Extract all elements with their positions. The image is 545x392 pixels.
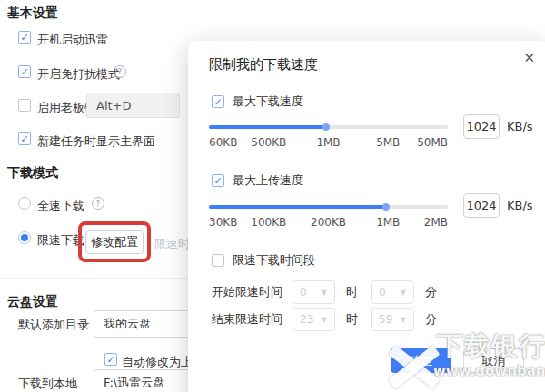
- checkbox-limit-time-period[interactable]: ✓: [212, 254, 224, 267]
- section-divider: [0, 278, 188, 279]
- end-hour-select: 23 ▼: [292, 308, 335, 331]
- checkmark-icon: ✓: [106, 355, 114, 365]
- radio-full-speed[interactable]: [18, 197, 31, 210]
- tick-label: 5MB: [376, 136, 400, 149]
- tick-label: 200KB: [311, 216, 346, 229]
- limit-time-period-row: ✓ 限速下载时间段: [212, 252, 315, 269]
- section-title-download-mode: 下载模式: [7, 165, 58, 181]
- checkbox-dnd-mode-label: 开启免打扰模式: [37, 66, 120, 83]
- max-upload-label: 最大上传速度: [233, 172, 303, 189]
- start-time-row: 开始限速时间 0 ▼ 时 0 ▼ 分: [212, 280, 450, 304]
- close-icon[interactable]: ✕: [523, 50, 535, 66]
- slider-handle[interactable]: [382, 203, 390, 211]
- end-time-row: 结束限速时间 23 ▼ 时 59 ▼ 分: [212, 308, 450, 331]
- chevron-down-icon: ▼: [401, 316, 406, 324]
- chevron-down-icon: ▼: [322, 316, 327, 324]
- radio-limit-speed[interactable]: [18, 231, 31, 244]
- dialog-title: 限制我的下载速度: [209, 56, 318, 74]
- section-title-cloud-settings: 云盘设置: [7, 294, 58, 310]
- checkbox-auto-modify[interactable]: ✓: [104, 353, 117, 366]
- upload-speed-ticks: 30KB 100KB 200KB 1MB 2MB: [209, 216, 448, 230]
- checkbox-max-download[interactable]: ✓: [212, 95, 224, 108]
- checkbox-dnd-mode[interactable]: ✓: [18, 65, 31, 78]
- upload-speed-unit: KB/s: [507, 199, 533, 212]
- download-speed-value-field[interactable]: 1024: [463, 114, 500, 139]
- boss-key-hotkey-field: Alt+D: [86, 93, 180, 118]
- chevron-down-icon: ▼: [322, 289, 327, 297]
- tick-label: 1MB: [316, 136, 340, 149]
- download-speed-slider[interactable]: [209, 125, 448, 129]
- download-speed-ticks: 60KB 500KB 1MB 5MB 50MB: [209, 136, 448, 150]
- checkbox-show-main-window-label: 新建任务时显示主界面: [37, 133, 155, 150]
- end-time-label: 结束限速时间: [212, 311, 292, 328]
- max-download-speed-row: ✓ 最大下载速度: [212, 93, 303, 110]
- hour-unit-label: 时: [346, 284, 358, 300]
- max-download-label: 最大下载速度: [233, 93, 303, 110]
- upload-speed-slider[interactable]: [209, 205, 448, 209]
- slider-handle[interactable]: [322, 123, 330, 131]
- slider-fill: [209, 125, 326, 129]
- hour-unit-label: 时: [346, 311, 358, 328]
- checkbox-autostart-label: 开机启动迅雷: [37, 32, 108, 48]
- annotation-highlight-box: [78, 221, 151, 262]
- default-dir-label: 默认添加目录: [18, 317, 89, 333]
- default-dir-dropdown[interactable]: 我的云盘: [94, 310, 203, 338]
- confirm-button[interactable]: 确定: [391, 348, 451, 373]
- limit-time-period-label: 限速下载时间段: [233, 252, 315, 269]
- upload-speed-value-field[interactable]: 1024: [463, 193, 500, 218]
- end-minute-value: 59: [379, 313, 392, 326]
- end-minute-select: 59 ▼: [371, 308, 414, 331]
- start-minute-select: 0 ▼: [371, 280, 414, 304]
- tick-label: 1MB: [376, 216, 400, 229]
- checkmark-icon: ✓: [213, 176, 222, 186]
- minute-unit-label: 分: [425, 311, 437, 328]
- tick-label: 2MB: [424, 216, 448, 229]
- tick-label: 50MB: [417, 136, 448, 149]
- cancel-button[interactable]: 取消: [463, 348, 524, 373]
- checkbox-show-main-window[interactable]: ✓: [18, 132, 31, 145]
- start-minute-value: 0: [379, 286, 386, 299]
- help-icon[interactable]: ?: [92, 197, 104, 210]
- limit-speed-dialog: 限制我的下载速度 ✕ ✓ 最大下载速度 1024 KB/s 60KB 500KB…: [188, 41, 545, 392]
- start-time-label: 开始限速时间: [212, 284, 292, 300]
- tick-label: 500KB: [251, 136, 286, 149]
- slider-fill: [209, 205, 386, 209]
- checkmark-icon: ✓: [213, 97, 222, 107]
- download-speed-unit: KB/s: [507, 120, 533, 133]
- start-hour-value: 0: [300, 286, 307, 299]
- checkbox-max-upload[interactable]: ✓: [212, 174, 224, 187]
- max-upload-speed-row: ✓ 最大上传速度: [212, 172, 303, 189]
- tick-label: 30KB: [209, 216, 237, 229]
- checkmark-icon: ✓: [20, 33, 28, 43]
- end-hour-value: 23: [300, 313, 313, 326]
- checkbox-autostart[interactable]: ✓: [18, 31, 31, 44]
- checkbox-boss-key[interactable]: ✓: [18, 99, 31, 112]
- minute-unit-label: 分: [425, 284, 437, 300]
- help-icon[interactable]: ?: [114, 65, 126, 78]
- checkmark-icon: ✓: [20, 67, 28, 77]
- radio-full-speed-label: 全速下载: [37, 198, 84, 214]
- checkmark-icon: ✓: [20, 134, 28, 144]
- download-local-label: 下载到本地: [18, 376, 77, 392]
- download-local-path-field[interactable]: F:\迅雷云盘: [94, 369, 203, 392]
- start-hour-select: 0 ▼: [292, 280, 335, 304]
- tick-label: 100KB: [251, 216, 286, 229]
- chevron-down-icon: ▼: [401, 289, 406, 297]
- section-title-basic-settings: 基本设置: [7, 5, 58, 22]
- tick-label: 60KB: [209, 136, 237, 149]
